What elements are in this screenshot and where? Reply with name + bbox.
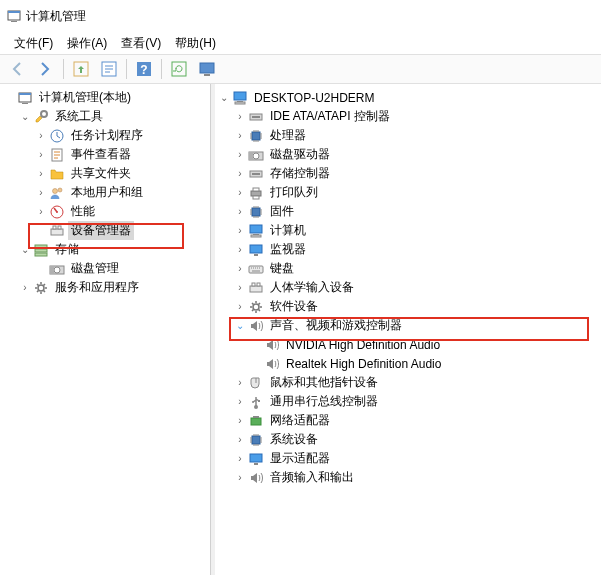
expand-icon[interactable]: › — [233, 262, 247, 276]
window-title: 计算机管理 — [26, 8, 86, 25]
cat-monitors[interactable]: ›监视器 — [215, 240, 601, 259]
disk-icon — [49, 261, 65, 277]
tree-label: 通用串行总线控制器 — [267, 392, 381, 411]
expand-icon[interactable]: › — [34, 148, 48, 162]
expand-icon[interactable]: › — [34, 129, 48, 143]
expand-icon[interactable]: › — [233, 129, 247, 143]
tree-event-viewer[interactable]: ›事件查看器 — [0, 145, 210, 164]
cat-display[interactable]: ›显示适配器 — [215, 449, 601, 468]
tree-root[interactable]: ▸计算机管理(本地) — [0, 88, 210, 107]
cat-ide[interactable]: ›IDE ATA/ATAPI 控制器 — [215, 107, 601, 126]
speaker-icon — [264, 337, 280, 353]
tree-device-manager[interactable]: ▸设备管理器 — [0, 221, 210, 240]
users-icon — [49, 185, 65, 201]
properties-button[interactable] — [96, 56, 122, 82]
expand-icon[interactable]: › — [233, 471, 247, 485]
cat-hid[interactable]: ›人体学输入设备 — [215, 278, 601, 297]
cat-firmware[interactable]: ›固件 — [215, 202, 601, 221]
collapse-icon[interactable]: ⌄ — [233, 319, 247, 333]
tree-storage[interactable]: ⌄存储 — [0, 240, 210, 259]
tree-label: IDE ATA/ATAPI 控制器 — [267, 107, 393, 126]
cat-print-queues[interactable]: ›打印队列 — [215, 183, 601, 202]
mouse-icon — [248, 375, 264, 391]
tree-label: 事件查看器 — [68, 145, 134, 164]
collapse-icon[interactable]: ⌄ — [217, 91, 231, 105]
tree-task-scheduler[interactable]: ›任务计划程序 — [0, 126, 210, 145]
device-realtek-audio[interactable]: ▸Realtek High Definition Audio — [215, 354, 601, 373]
expand-icon[interactable]: › — [233, 300, 247, 314]
menu-action[interactable]: 操作(A) — [61, 35, 113, 52]
tree-system-tools[interactable]: ⌄系统工具 — [0, 107, 210, 126]
tree-label: 监视器 — [267, 240, 309, 259]
storage-icon — [33, 242, 49, 258]
cat-audio-io[interactable]: ›音频输入和输出 — [215, 468, 601, 487]
expand-icon[interactable]: › — [18, 281, 32, 295]
menu-file[interactable]: 文件(F) — [8, 35, 59, 52]
toolbar-separator — [126, 59, 127, 79]
cat-software-devices[interactable]: ›软件设备 — [215, 297, 601, 316]
expand-icon[interactable]: › — [233, 281, 247, 295]
device-tree[interactable]: ⌄DESKTOP-U2HDERM ›IDE ATA/ATAPI 控制器 ›处理器… — [215, 84, 601, 491]
device-manager-icon — [49, 223, 65, 239]
back-button[interactable] — [5, 56, 31, 82]
tree-label: 本地用户和组 — [68, 183, 146, 202]
expand-icon[interactable]: › — [233, 452, 247, 466]
expand-icon[interactable]: › — [233, 395, 247, 409]
menu-help[interactable]: 帮助(H) — [169, 35, 222, 52]
up-button[interactable] — [68, 56, 94, 82]
console-tree[interactable]: ▸计算机管理(本地) ⌄系统工具 ›任务计划程序 ›事件查看器 ›共享文件夹 ›… — [0, 84, 210, 301]
cat-sound[interactable]: ⌄声音、视频和游戏控制器 — [215, 316, 601, 335]
cat-system-devices[interactable]: ›系统设备 — [215, 430, 601, 449]
expand-icon[interactable]: › — [233, 205, 247, 219]
expand-icon[interactable]: › — [233, 186, 247, 200]
tree-local-users[interactable]: ›本地用户和组 — [0, 183, 210, 202]
chip-icon — [248, 204, 264, 220]
tree-performance[interactable]: ›性能 — [0, 202, 210, 221]
tree-services-apps[interactable]: ›服务和应用程序 — [0, 278, 210, 297]
expand-icon[interactable]: › — [233, 224, 247, 238]
tree-label: 服务和应用程序 — [52, 278, 142, 297]
menu-view[interactable]: 查看(V) — [115, 35, 167, 52]
tree-shared-folders[interactable]: ›共享文件夹 — [0, 164, 210, 183]
cat-storage-ctrl[interactable]: ›存储控制器 — [215, 164, 601, 183]
expand-icon[interactable]: › — [34, 167, 48, 181]
help-button[interactable] — [131, 56, 157, 82]
computer-management-icon — [17, 90, 33, 106]
expand-icon[interactable]: › — [233, 243, 247, 257]
tree-disk-management[interactable]: ▸磁盘管理 — [0, 259, 210, 278]
cat-disk-drives[interactable]: ›磁盘驱动器 — [215, 145, 601, 164]
cat-keyboards[interactable]: ›键盘 — [215, 259, 601, 278]
device-nvidia-audio[interactable]: ▸NVIDIA High Definition Audio — [215, 335, 601, 354]
expand-icon[interactable]: › — [233, 414, 247, 428]
speaker-icon — [264, 356, 280, 372]
expand-icon[interactable]: › — [34, 186, 48, 200]
chip-icon — [248, 128, 264, 144]
cat-mice[interactable]: ›鼠标和其他指针设备 — [215, 373, 601, 392]
expand-icon[interactable]: › — [34, 205, 48, 219]
cat-processors[interactable]: ›处理器 — [215, 126, 601, 145]
storage-icon — [248, 166, 264, 182]
show-hide-button[interactable] — [194, 56, 220, 82]
tree-label: 磁盘驱动器 — [267, 145, 333, 164]
network-icon — [248, 413, 264, 429]
expand-icon[interactable]: › — [233, 148, 247, 162]
collapse-icon[interactable]: ⌄ — [18, 110, 32, 124]
device-root[interactable]: ⌄DESKTOP-U2HDERM — [215, 88, 601, 107]
expand-icon[interactable]: › — [233, 110, 247, 124]
collapse-icon[interactable]: ⌄ — [18, 243, 32, 257]
clock-icon — [49, 128, 65, 144]
cat-network[interactable]: ›网络适配器 — [215, 411, 601, 430]
tree-label: 性能 — [68, 202, 98, 221]
tree-label: 音频输入和输出 — [267, 468, 357, 487]
cat-usb[interactable]: ›通用串行总线控制器 — [215, 392, 601, 411]
forward-button[interactable] — [33, 56, 59, 82]
monitor-icon — [248, 451, 264, 467]
expand-icon[interactable]: › — [233, 376, 247, 390]
tree-label: NVIDIA High Definition Audio — [283, 337, 443, 353]
refresh-icon — [169, 59, 189, 79]
expand-icon[interactable]: › — [233, 167, 247, 181]
tree-label: 键盘 — [267, 259, 297, 278]
expand-icon[interactable]: › — [233, 433, 247, 447]
cat-computer[interactable]: ›计算机 — [215, 221, 601, 240]
refresh-button[interactable] — [166, 56, 192, 82]
